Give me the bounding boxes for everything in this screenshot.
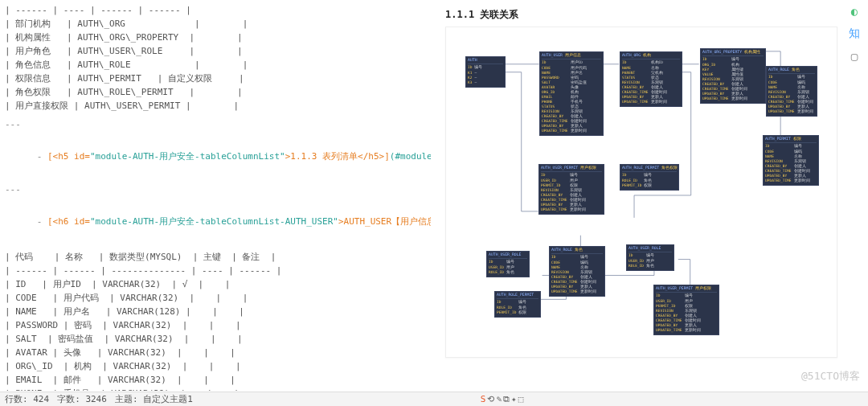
- er-table-org[interactable]: AUTH_ORG机构 ID NAME PARENT STATUS REVISIO…: [620, 51, 682, 107]
- er-table-rolepermit[interactable]: AUTH_ROLE_PERMIT角色权限 ID ROLE_ID PERMIT_I…: [620, 164, 679, 191]
- er-table-b5[interactable]: AUTH_ROLE_PERMIT ID ROLE_ID PERMIT_ID 编号…: [494, 291, 541, 318]
- tool-icon-3[interactable]: ✎: [496, 394, 502, 404]
- md-heading-h5: - [<h5 id="module-AUTH-用户安全-tableColumnL…: [5, 136, 421, 177]
- md-line: | SALT | 密码盐值 | VARCHAR(32) | | |: [5, 332, 421, 346]
- tag-open: [<h5 id=: [47, 151, 90, 162]
- tag-text: >AUTH_USER【用户信息】</h6>]: [338, 216, 431, 227]
- status-bar: 行数: 424 字数: 3246 主题: 自定义主题1 S ⟲ ✎ ⧉ ✦ ⬚: [0, 392, 868, 406]
- md-heading-h6: - [<h6 id="module-AUTH-用户安全-tableColumnL…: [5, 201, 421, 242]
- status-row-value: 424: [33, 394, 49, 404]
- tag-id: "module-AUTH-用户安全-tableColumnList": [90, 151, 285, 162]
- md-line: | ------ | ---- | ------ | ------ |: [5, 3, 421, 17]
- md-line: | EMAIL | 邮件 | VARCHAR(32) | | |: [5, 373, 421, 387]
- tag-text: >1.1.3 表列清单</h5>]: [285, 151, 390, 162]
- phone-icon[interactable]: ▢: [848, 50, 861, 63]
- er-table-userpermit[interactable]: AUTH_USER_PERMIT用户权限 ID USER_ID PERMIT_I…: [538, 164, 604, 215]
- tag-open: [<h6 id=: [47, 216, 90, 227]
- er-table-orgprop[interactable]: AUTH_ORG_PROPERTY机构属性 ID ORG_ID KEY VALU…: [700, 48, 766, 104]
- er-table-small[interactable]: AUTH ID K1 K2 K3 编号 — — —: [465, 56, 506, 88]
- er-table-permit[interactable]: AUTH_PERMIT权限 ID CODE NAME REVISION CREA…: [763, 135, 819, 186]
- status-row-label: 行数:: [5, 394, 28, 404]
- md-line: | 用户角色 | AUTH\_USER\_ROLE | |: [5, 44, 421, 58]
- sync-icon[interactable]: ◐: [848, 5, 861, 18]
- md-link: (#module-AUTH-用户安全-tableColumnList-from): [390, 151, 431, 162]
- er-diagram[interactable]: AUTH ID K1 K2 K3 编号 — — — AUTH_USER用户信息 …: [445, 27, 837, 358]
- er-table-b2[interactable]: AUTH_ROLE角色 ID CODE NAME REVISION CREATE…: [549, 246, 605, 297]
- md-hr: ---: [5, 182, 421, 196]
- markdown-source-editor[interactable]: | ------ | ---- | ------ | ------ | | 部门…: [0, 0, 431, 391]
- md-line: | NAME | 用户名 | VARCHAR(128) | | |: [5, 305, 421, 318]
- md-line: | AVATAR | 头像 | VARCHAR(32) | | |: [5, 346, 421, 359]
- tool-icon-5[interactable]: ✦: [511, 394, 517, 404]
- zhihu-icon[interactable]: 知: [848, 27, 861, 40]
- bullet: -: [37, 151, 47, 162]
- bullet: -: [37, 216, 47, 227]
- md-line: | ID | 用户ID | VARCHAR(32) | √ | |: [5, 277, 421, 291]
- md-table-sep: | ------ | ------ | -------------- | ---…: [5, 264, 421, 277]
- status-tool-icons: S ⟲ ✎ ⧉ ✦ ⬚: [481, 394, 524, 404]
- status-char-value: 3246: [85, 394, 107, 404]
- side-toolbar: ◐ 知 ▢: [845, 5, 863, 63]
- status-theme-value[interactable]: 自定义主题1: [143, 394, 193, 404]
- md-line: | 部门机构 | AUTH\_ORG | |: [5, 17, 421, 31]
- er-table-role[interactable]: AUTH_ROLE角色 ID CODE NAME REVISION CREATE…: [766, 66, 817, 117]
- tool-icon-6[interactable]: ⬚: [518, 394, 524, 404]
- md-line: | 机构属性 | AUTH\_ORG\_PROPERTY | |: [5, 31, 421, 44]
- tool-icon-2[interactable]: ⟲: [487, 394, 494, 404]
- md-line: | 角色信息 | AUTH\_ROLE | |: [5, 58, 421, 72]
- md-line: | 权限信息 | AUTH\_PERMIT | 自定义权限 |: [5, 72, 421, 85]
- er-table-userrole-b1[interactable]: AUTH_USER_ROLE ID USER_ID ROLE_ID 编号 用户 …: [486, 251, 530, 277]
- md-line: | 用户直接权限 | AUTH\_USER\_PERMIT | |: [5, 99, 421, 113]
- er-table-b3[interactable]: AUTH_USER_ROLE ID USER_ID ROLE_ID 编号 用户 …: [626, 244, 674, 271]
- er-table-b4[interactable]: AUTH_USER_PERMIT用户权限 ID USER_ID PERMIT_I…: [653, 285, 719, 335]
- md-hr: ---: [5, 117, 421, 131]
- md-line: | ORG\_ID | 机构 | VARCHAR(32) | | |: [5, 359, 421, 373]
- tool-icon-1[interactable]: S: [481, 394, 486, 404]
- md-line: | PHONE | 手机号 | VARCHAR(32) | | |: [5, 387, 421, 391]
- er-table-user[interactable]: AUTH_USER用户信息 ID CODE NAME PASSWORD SALT…: [539, 51, 604, 136]
- tool-icon-4[interactable]: ⧉: [503, 394, 510, 404]
- md-table-header: | 代码 | 名称 | 数据类型(MYSQL) | 主键 | 备注 |: [5, 250, 421, 264]
- status-char-label: 字数:: [57, 394, 80, 404]
- status-theme-label: 主题:: [115, 394, 138, 404]
- tag-id: "module-AUTH-用户安全-tableColumnList-AUTH_U…: [90, 216, 338, 227]
- md-line: | CODE | 用户代码 | VARCHAR(32) | | |: [5, 291, 421, 305]
- preview-heading: 1.1.1 关联关系: [445, 8, 845, 22]
- markdown-preview-pane: 1.1.1 关联关系 AUTH: [431, 0, 868, 391]
- md-line: | PASSWORD | 密码 | VARCHAR(32) | | |: [5, 318, 421, 332]
- md-line: | 角色权限 | AUTH\_ROLE\_PERMIT | |: [5, 85, 421, 99]
